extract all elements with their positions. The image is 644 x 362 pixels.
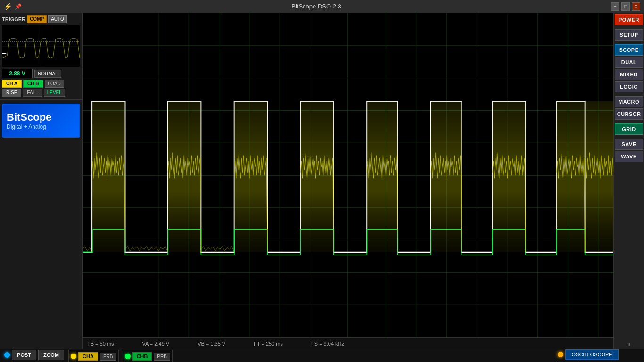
setup-button[interactable]: SETUP [615,29,643,41]
save-button[interactable]: SAVE [615,139,643,150]
logo-subtitle: Digital + Analog [7,123,75,130]
auto-button[interactable]: AUTO [48,15,67,23]
comp-button[interactable]: COMP [27,15,47,23]
rise-fall-level-row: RISE FALL LEVEL [2,89,80,97]
scope-status-bar: TB = 50 ms VA = 2.49 V VB = 1.35 V FT = … [83,337,613,349]
right-bottom-controls: OSCILLOSCOPE 1 S 11.2 kHz NORMAL SMOOTH … [558,349,640,362]
ch-a-led [71,354,76,359]
led-postzoom-row: POST ZOOM [4,350,64,360]
titlebar-left: ⚡ 📌 [4,3,22,10]
trigger-label: TRIGGER [2,16,25,22]
left-panel: TRIGGER COMP AUTO [0,13,83,349]
post-button[interactable]: POST [12,350,36,360]
cursor-button[interactable]: CURSOR [615,108,643,120]
ch-b-probe-button[interactable]: PRB [154,353,170,361]
titlebar: ⚡ 📌 BitScope DSO 2.8 − □ × [0,0,644,13]
window-title: BitScope DSO 2.8 [22,3,611,10]
scope-button[interactable]: SCOPE [615,44,643,56]
svg-rect-32 [234,101,267,252]
oscilloscope-button[interactable]: OSCILLOSCOPE [565,349,618,360]
rise-button[interactable]: RISE [2,89,21,97]
ch-a-probe-button[interactable]: PRB [100,353,116,361]
ch-a-header: CHA PRB [71,352,116,361]
app-icon: ⚡ [4,3,12,10]
ch-a-button[interactable]: CH A [2,80,22,88]
macro-button[interactable]: MACRO [615,96,643,107]
osc-led [558,352,563,357]
ch-b-name-button[interactable]: CHB [132,352,152,361]
ch-b-button[interactable]: CH B [23,80,43,88]
trigger-section: TRIGGER COMP AUTO [0,13,82,100]
zoom-button[interactable]: ZOOM [38,350,64,360]
power-button[interactable]: POWER [615,14,643,25]
vb-status: VB = 1.35 V [198,341,225,346]
logic-button[interactable]: LOGIC [615,81,643,92]
window-controls: − □ × [611,2,640,11]
va-status: VA = 2.49 V [142,341,170,346]
mixed-button[interactable]: MIXED [615,69,643,80]
it-label: It [615,341,643,348]
oscilloscope-display: TB = 50 ms VA = 2.49 V VB = 1.35 V FT = … [83,13,613,349]
right-panel: POWER SETUP SCOPE DUAL MIXED LOGIC MACRO… [613,13,644,349]
pin-icon: 📌 [15,3,22,10]
fs-status: FS = 9.04 kHz [311,341,344,346]
channel-select-row: CH A CH B LOAD [2,80,80,88]
svg-rect-37 [556,101,585,252]
svg-rect-36 [493,101,526,252]
svg-rect-4 [2,53,6,54]
channel-a-section: CHA PRB 9.2 V 0 V ▼ 2 V/Div ▲ ON ZERO [68,350,118,362]
load-button[interactable]: LOAD [45,80,64,88]
scope-waveform-svg [83,13,613,337]
ch-a-name-button[interactable]: CHA [78,352,98,361]
oscilloscope-row: OSCILLOSCOPE [558,349,640,360]
trigger-mode[interactable]: NORMAL [34,70,61,78]
post-zoom-section: POST ZOOM AUTO FOCUS ◀ 50 ms/Div ▶ REPEA… [4,350,65,362]
ft-status: FT = 250 ms [254,341,283,346]
level-button[interactable]: LEVEL [44,89,65,97]
dual-button[interactable]: DUAL [615,57,643,68]
svg-rect-31 [168,101,201,252]
ch-b-header: CHB PRB [125,352,170,361]
channel-b-section: CHB PRB 9.2 V 1.35 V ▼ 1 V/Div ▲ ON ZERO [123,350,173,362]
trigger-row: TRIGGER COMP AUTO [2,15,80,23]
svg-rect-38 [585,101,613,252]
wave-button[interactable]: WAVE [615,151,643,162]
volt-mode-row: 2.88 V NORMAL [2,69,80,78]
logo-title: BitScope [7,111,75,123]
close-button[interactable]: × [632,2,640,11]
ch-b-led [125,354,131,359]
bottom-panel: POST ZOOM AUTO FOCUS ◀ 50 ms/Div ▶ REPEA… [0,349,644,362]
mini-scope-preview [2,25,80,67]
grid-button[interactable]: GRID [615,123,643,135]
maximize-button[interactable]: □ [621,2,630,11]
trigger-voltage: 2.88 V [2,69,33,78]
fall-button[interactable]: FALL [23,89,42,97]
svg-rect-30 [92,101,125,252]
minimize-button[interactable]: − [611,2,619,11]
scope-canvas [83,13,613,337]
main-area: TRIGGER COMP AUTO [0,13,644,349]
bitscope-logo: BitScope Digital + Analog [2,104,80,138]
svg-rect-33 [300,101,333,252]
tb-status: TB = 50 ms [87,341,114,346]
led-indicator [4,352,10,358]
